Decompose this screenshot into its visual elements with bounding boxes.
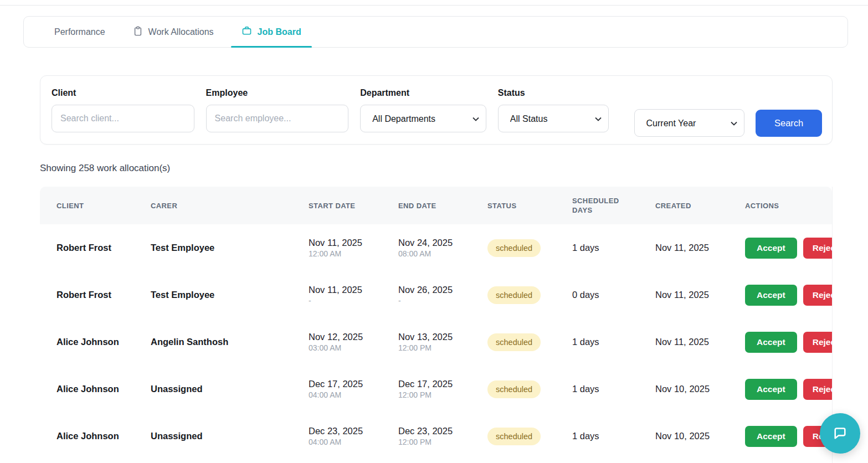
col-header-actions: ACTIONS bbox=[745, 201, 832, 210]
filter-panel: Client Employee Department All Departmen… bbox=[40, 75, 833, 145]
scheduled-days: 1 days bbox=[572, 337, 655, 347]
end-date-cell: Dec 17, 2025 12:00 PM bbox=[398, 378, 487, 400]
reject-button[interactable]: Reject bbox=[803, 379, 833, 400]
active-tab-underline bbox=[231, 46, 312, 48]
chat-widget-button[interactable] bbox=[820, 413, 860, 454]
carer-name: Unassigned bbox=[151, 384, 309, 394]
reject-button[interactable]: Reject bbox=[803, 285, 833, 306]
status-badge: scheduled bbox=[487, 239, 541, 257]
client-name: Robert Frost bbox=[57, 243, 151, 253]
status-filter-label: Status bbox=[498, 88, 609, 98]
start-date-cell: Nov 11, 2025 12:00 AM bbox=[309, 237, 398, 259]
carer-name: Test Employee bbox=[151, 290, 309, 300]
clipboard-icon bbox=[133, 26, 143, 38]
status-badge: scheduled bbox=[487, 380, 541, 398]
accept-button[interactable]: Accept bbox=[745, 238, 797, 259]
search-button[interactable]: Search bbox=[756, 110, 822, 137]
created-date: Nov 10, 2025 bbox=[655, 431, 745, 441]
status-badge: scheduled bbox=[487, 333, 541, 351]
table-row: Robert Frost Test Employee Nov 11, 2025 … bbox=[40, 224, 832, 271]
scheduled-days: 1 days bbox=[572, 431, 655, 441]
status-select[interactable]: All Status bbox=[498, 105, 609, 132]
accept-button[interactable]: Accept bbox=[745, 426, 797, 447]
tab-performance[interactable]: Performance bbox=[40, 17, 119, 47]
accept-button[interactable]: Accept bbox=[745, 332, 797, 353]
end-date-cell: Nov 24, 2025 08:00 AM bbox=[398, 237, 487, 259]
briefcase-icon bbox=[242, 25, 252, 38]
chat-bubble-icon bbox=[831, 424, 849, 443]
client-name: Alice Johnson bbox=[57, 384, 151, 394]
scheduled-days: 1 days bbox=[572, 243, 655, 253]
scheduled-days: 0 days bbox=[572, 290, 655, 300]
start-date-cell: Dec 23, 2025 04:00 AM bbox=[309, 425, 398, 447]
table-row: Alice Johnson Angelin Santhosh Nov 12, 2… bbox=[40, 318, 832, 366]
carer-name: Test Employee bbox=[151, 243, 309, 253]
year-range-select[interactable]: Current Year bbox=[634, 109, 745, 137]
end-date-cell: Nov 13, 2025 12:00 PM bbox=[398, 331, 487, 353]
table-row: Alice Johnson Unassigned Dec 23, 2025 04… bbox=[40, 413, 832, 460]
col-header-end-date: END DATE bbox=[398, 201, 487, 210]
created-date: Nov 11, 2025 bbox=[655, 337, 745, 347]
results-count-text: Showing 258 work allocation(s) bbox=[40, 163, 170, 174]
col-header-scheduled-days: SCHEDULED DAYS bbox=[572, 196, 655, 215]
reject-button[interactable]: Reject bbox=[803, 332, 833, 353]
carer-name: Angelin Santhosh bbox=[151, 337, 309, 347]
tab-performance-label: Performance bbox=[54, 27, 105, 37]
reject-button[interactable]: Reject bbox=[803, 238, 833, 259]
tab-bar: Performance Work Allocations Job Board bbox=[23, 16, 848, 48]
table-row: Robert Frost Test Employee Nov 11, 2025 … bbox=[40, 271, 832, 318]
client-filter-label: Client bbox=[52, 88, 194, 98]
tab-job-board[interactable]: Job Board bbox=[228, 17, 315, 47]
end-date-cell: Nov 26, 2025 - bbox=[398, 284, 487, 306]
department-filter-label: Department bbox=[360, 88, 486, 98]
start-date-cell: Nov 12, 2025 03:00 AM bbox=[309, 331, 398, 353]
table-row: Alice Johnson Unassigned Dec 17, 2025 04… bbox=[40, 366, 832, 413]
col-header-client: CLIENT bbox=[57, 201, 151, 210]
tab-work-allocations[interactable]: Work Allocations bbox=[119, 17, 228, 47]
client-name: Alice Johnson bbox=[57, 337, 151, 347]
start-date-cell: Dec 17, 2025 04:00 AM bbox=[309, 378, 398, 400]
created-date: Nov 11, 2025 bbox=[655, 243, 745, 253]
client-search-input[interactable] bbox=[52, 105, 194, 132]
employee-search-input[interactable] bbox=[206, 105, 349, 132]
carer-name: Unassigned bbox=[151, 431, 309, 441]
tab-work-allocations-label: Work Allocations bbox=[148, 27, 214, 37]
created-date: Nov 10, 2025 bbox=[655, 384, 745, 394]
client-name: Robert Frost bbox=[57, 290, 151, 300]
accept-button[interactable]: Accept bbox=[745, 285, 797, 306]
created-date: Nov 11, 2025 bbox=[655, 290, 745, 300]
allocations-table: CLIENT CARER START DATE END DATE STATUS … bbox=[40, 187, 833, 463]
end-date-cell: Dec 23, 2025 12:00 PM bbox=[398, 425, 487, 447]
status-badge: scheduled bbox=[487, 428, 541, 445]
col-header-created: CREATED bbox=[655, 201, 745, 210]
start-date-cell: Nov 11, 2025 - bbox=[309, 284, 398, 306]
scheduled-days: 1 days bbox=[572, 384, 655, 394]
accept-button[interactable]: Accept bbox=[745, 379, 797, 400]
col-header-carer: CARER bbox=[151, 201, 309, 210]
col-header-start-date: START DATE bbox=[309, 201, 398, 210]
client-name: Alice Johnson bbox=[57, 431, 151, 441]
employee-filter-label: Employee bbox=[206, 88, 349, 98]
department-select[interactable]: All Departments bbox=[360, 105, 486, 132]
top-divider bbox=[0, 5, 868, 6]
status-badge: scheduled bbox=[487, 286, 541, 304]
col-header-status: STATUS bbox=[487, 201, 572, 210]
tab-job-board-label: Job Board bbox=[258, 27, 301, 37]
table-header-row: CLIENT CARER START DATE END DATE STATUS … bbox=[40, 187, 832, 224]
